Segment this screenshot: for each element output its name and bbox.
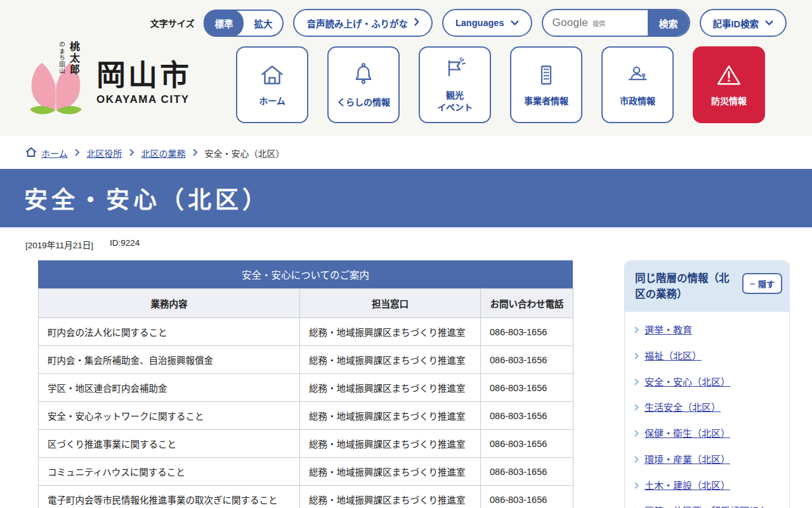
page-title-banner: 安全・安心（北区） [0,169,812,227]
article-id: ID:9224 [110,238,140,251]
table-caption: 安全・安心についてのご案内 [38,260,573,288]
sidebar-link-list: 選挙・教育 福祉（北区） 安全・安心（北区） 生活安全（北区） 保健・衛生（北区… [625,312,789,508]
list-item: 選挙・教育 [634,318,780,344]
minus-icon: − [750,279,755,288]
font-size-toggle: 標準 拡大 [204,10,284,37]
nav-city-government-label: 市政情報 [620,95,655,107]
font-size-label: 文字サイズ [150,17,195,29]
search-submit-button[interactable]: 検索 [648,10,688,36]
service-cell: 学区・地区連合町内会補助金 [39,374,300,402]
services-table-section: 安全・安心についてのご案内 業務内容 担当窓口 お問い合わせ電話 町内会の法人化… [38,260,573,508]
table-row: 安全・安心ネットワークに関すること総務・地域振興課区まちづくり推進室086-80… [39,402,573,430]
warning-icon [715,62,743,90]
sidebar-link-environment-industry[interactable]: 環境・産業（北区） [645,453,730,467]
audio-furigana-label: 音声読み上げ・ふりがな [306,17,408,30]
sidebar-header: 同じ階層の情報（北区の業務） − 隠す [625,261,789,312]
sidebar-hide-button[interactable]: − 隠す [742,273,782,294]
phone-cell: 086-803-1656 [481,346,573,374]
phone-cell: 086-803-1656 [481,402,573,430]
nav-home-button[interactable]: ホーム [236,46,308,123]
sibling-pages-sidebar: 同じ階層の情報（北区の業務） − 隠す 選挙・教育 福祉（北区） 安全・安心（北… [624,260,790,508]
nav-disaster-info-label: 防災情報 [711,95,747,107]
breadcrumb-kita-ward-office-link[interactable]: 北区役所 [87,147,122,159]
publish-date: [2019年11月21日] [25,238,93,251]
flag-icon [442,57,468,84]
sidebar-link-election-education[interactable]: 選挙・教育 [645,323,692,337]
table-row: 町内会・集会所補助金、自治振興報償金総務・地域振興課区まちづくり推進室086-8… [39,346,573,374]
phone-cell: 086-803-1656 [481,430,573,458]
table-row: 学区・地区連合町内会補助金総務・地域振興課区まちづくり推進室086-803-16… [39,374,573,402]
audio-furigana-button[interactable]: 音声読み上げ・ふりがな [293,9,433,37]
reception-icon [624,62,651,90]
logo-tagline: 桃太郎 のまち岡山 [57,41,81,76]
breadcrumb-kita-ward-services-link[interactable]: 北区の業務 [141,147,186,159]
article-id-search-label: 記事ID検索 [713,17,759,30]
department-cell: 総務・地域振興課区まちづくり推進室 [300,346,481,374]
font-size-standard-button[interactable]: 標準 [204,10,244,37]
department-cell: 総務・地域振興課区まちづくり推進室 [300,374,481,402]
nav-home-label: ホーム [259,95,285,107]
languages-button[interactable]: Languages [442,9,532,37]
header-main: 桃太郎 のまち岡山 岡山市 OKAYAMA CITY ホーム くらしの情報 観光… [25,46,787,123]
sidebar-hide-label: 隠す [758,277,775,290]
list-item: 福祉（北区） [634,343,780,369]
service-cell: 町内会の法人化に関すること [39,318,300,346]
sidebar-link-safety-security[interactable]: 安全・安心（北区） [645,375,730,389]
service-cell: 電子町内会等市民情報化推進事業の取次ぎに関すること [39,486,300,508]
main-navigation: ホーム くらしの情報 観光 イベント 事業者情報 市政情報 防災情報 [236,46,765,123]
department-cell: 総務・地域振興課区まちづくり推進室 [300,430,481,458]
department-cell: 総務・地域振興課区まちづくり推進室 [300,458,481,486]
column-header-phone: お問い合わせ電話 [481,289,573,318]
city-name-english: OKAYAMA CITY [96,93,192,106]
nav-city-government-button[interactable]: 市政情報 [601,46,674,123]
sidebar-link-health-hygiene[interactable]: 保健・衛生（北区） [645,427,730,441]
column-header-department: 担当窓口 [300,289,481,318]
sidebar-link-daily-life-safety[interactable]: 生活安全（北区） [645,401,721,415]
chevron-down-icon [511,18,519,28]
service-cell: 安全・安心ネットワークに関すること [39,402,300,430]
nav-business-info-label: 事業者情報 [524,95,568,107]
logo-tagline-main: 桃太郎 [66,41,81,76]
chevron-right-icon [129,148,134,158]
article-id-search-button[interactable]: 記事ID検索 [700,9,787,37]
sidebar-link-civil-engineering[interactable]: 土木・建設（北区） [645,479,730,493]
breadcrumb-home-link[interactable]: ホーム [25,147,68,159]
list-item: 生活安全（北区） [634,395,780,421]
list-item: 保健・衛生（北区） [634,421,780,447]
bell-icon [350,61,377,91]
table-row: 電子町内会等市民情報化推進事業の取次ぎに関すること総務・地域振興課区まちづくり推… [39,486,573,508]
font-size-large-button[interactable]: 拡大 [244,11,282,36]
article-meta: [2019年11月21日] ID:9224 [25,238,790,251]
chevron-right-icon [414,18,419,28]
home-icon [25,147,37,159]
list-item: 戸籍・住民票・印鑑証明ほか（北区） [634,498,780,508]
service-cell: 町内会・集会所補助金、自治振興報償金 [39,346,300,374]
phone-cell: 086-803-1656 [481,318,573,346]
site-search: Google 提供 検索 [542,9,690,37]
nav-tourism-events-button[interactable]: 観光 イベント [419,46,491,123]
column-header-service: 業務内容 [39,289,300,318]
breadcrumb: ホーム 北区役所 北区の業務 安全・安心（北区） [0,136,812,169]
home-icon [259,62,285,90]
google-logo: Google [553,17,589,29]
main-content: [2019年11月21日] ID:9224 安全・安心についてのご案内 業務内容… [0,227,812,508]
city-name-japanese: 岡山市 [96,59,192,91]
nav-living-info-button[interactable]: くらしの情報 [327,46,400,123]
nav-business-info-button[interactable]: 事業者情報 [510,46,582,123]
nav-tourism-events-label: 観光 イベント [437,90,473,114]
site-search-input[interactable]: Google 提供 [543,10,648,36]
table-row: コミュニティハウスに関すること総務・地域振興課区まちづくり推進室086-803-… [39,458,573,486]
phone-cell: 086-803-1656 [481,458,573,486]
sidebar-link-family-register[interactable]: 戸籍・住民票・印鑑証明ほか（北区） [645,504,780,508]
list-item: 土木・建設（北区） [634,472,780,498]
nav-disaster-info-button[interactable]: 防災情報 [693,46,765,123]
sidebar-link-welfare[interactable]: 福祉（北区） [645,349,702,363]
logo-tagline-sub: のまち岡山 [57,41,66,76]
okayama-city-logo[interactable]: 桃太郎 のまち岡山 岡山市 OKAYAMA CITY [25,46,192,119]
phone-cell: 086-803-1656 [481,374,573,402]
languages-label: Languages [455,18,504,28]
nav-living-info-label: くらしの情報 [337,97,390,109]
department-cell: 総務・地域振興課区まちづくり推進室 [300,318,481,346]
table-row: 町内会の法人化に関すること総務・地域振興課区まちづくり推進室086-803-16… [39,318,573,346]
building-icon [533,62,560,90]
